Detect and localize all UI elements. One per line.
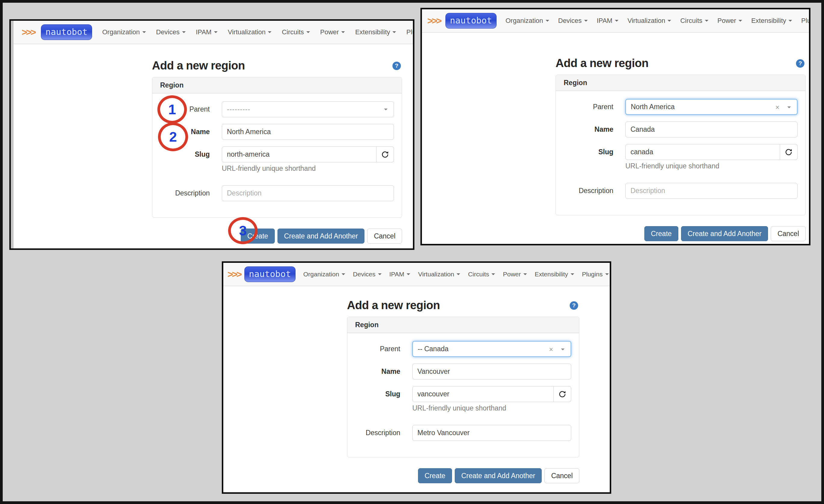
description-input[interactable] — [222, 185, 394, 201]
chevron-down-icon — [456, 273, 460, 275]
nav-label: Virtualization — [418, 271, 454, 278]
nav-organization[interactable]: Organization — [303, 271, 345, 278]
page-title: Add a new region — [152, 59, 245, 72]
nav-devices[interactable]: Devices — [156, 28, 186, 36]
region-card: Region Parent North America × Name — [555, 75, 806, 215]
create-and-add-another-button[interactable]: Create and Add Another — [681, 226, 768, 241]
nav-label: Power — [320, 28, 339, 36]
chevron-down-icon — [667, 20, 671, 22]
slug-input[interactable] — [625, 144, 780, 160]
help-icon[interactable]: ? — [570, 301, 578, 310]
nav-circuits[interactable]: Circuits — [468, 271, 495, 278]
nav-label: Plugins — [801, 17, 809, 25]
chevron-down-icon — [384, 109, 388, 110]
nav-extensibility[interactable]: Extensibility — [535, 271, 574, 278]
cancel-button[interactable]: Cancel — [367, 229, 402, 244]
nav-extensibility[interactable]: Extensibility — [751, 17, 792, 25]
description-label: Description — [160, 189, 222, 197]
slug-help-text: URL-friendly unique shorthand — [625, 162, 798, 170]
nav-label: Virtualization — [627, 17, 665, 25]
slug-label: Slug — [564, 148, 625, 156]
nav-power[interactable]: Power — [503, 271, 527, 278]
screenshot-step-2: >>> nautobot Organization Devices IPAM V… — [420, 8, 811, 245]
slug-help-text: URL-friendly unique shorthand — [412, 404, 571, 412]
nav-ipam[interactable]: IPAM — [196, 28, 218, 36]
description-input[interactable] — [412, 425, 571, 441]
help-icon[interactable]: ? — [393, 61, 401, 70]
name-input[interactable] — [412, 364, 571, 379]
nautobot-logo[interactable]: nautobot — [445, 13, 497, 28]
chevron-down-icon — [605, 273, 609, 275]
nav-virtualization[interactable]: Virtualization — [418, 271, 460, 278]
name-input[interactable] — [625, 122, 798, 137]
nav-extensibility[interactable]: Extensibility — [355, 28, 396, 36]
nav-label: Extensibility — [751, 17, 786, 25]
regenerate-slug-button[interactable] — [377, 146, 394, 162]
nav-devices[interactable]: Devices — [558, 17, 588, 25]
nav-label: Organization — [506, 17, 543, 25]
nautobot-chevrons-icon: >>> — [427, 15, 440, 26]
nav-ipam[interactable]: IPAM — [597, 17, 618, 25]
chevron-down-icon — [546, 20, 549, 22]
parent-select[interactable]: North America × — [625, 99, 798, 115]
nav-circuits[interactable]: Circuits — [680, 17, 708, 25]
card-header: Region — [556, 75, 805, 91]
create-button[interactable]: Create — [644, 226, 678, 241]
regenerate-slug-button[interactable] — [554, 386, 571, 402]
slug-label: Slug — [160, 150, 222, 158]
create-and-add-another-button[interactable]: Create and Add Another — [455, 468, 542, 483]
nav-power[interactable]: Power — [717, 17, 742, 25]
nav-organization[interactable]: Organization — [506, 17, 549, 25]
nav-plugins[interactable]: Plugins — [582, 271, 609, 278]
nav-virtualization[interactable]: Virtualization — [627, 17, 672, 25]
clear-icon[interactable]: × — [549, 345, 553, 354]
clear-icon[interactable]: × — [776, 103, 780, 112]
nav-label: Devices — [558, 17, 582, 25]
nav-plugins[interactable]: Plugins — [406, 28, 413, 36]
annotation-number: 1 — [168, 101, 176, 118]
name-label: Name — [564, 125, 625, 133]
regenerate-slug-button[interactable] — [780, 144, 798, 160]
region-card: Region Parent --------- Name S — [152, 77, 402, 218]
nav-ipam[interactable]: IPAM — [390, 271, 411, 278]
slug-input[interactable] — [412, 386, 554, 402]
nautobot-logo[interactable]: nautobot — [41, 24, 92, 40]
nav-label: Plugins — [582, 271, 603, 278]
description-input[interactable] — [625, 183, 798, 199]
slug-input[interactable] — [222, 146, 377, 162]
nav-plugins[interactable]: Plugins — [801, 17, 809, 25]
parent-select[interactable]: --------- — [222, 101, 394, 117]
parent-select-value: --------- — [227, 105, 250, 113]
nav-virtualization[interactable]: Virtualization — [228, 28, 272, 36]
slug-help-text: URL-friendly unique shorthand — [222, 164, 394, 172]
cancel-button[interactable]: Cancel — [771, 226, 806, 241]
name-input[interactable] — [222, 124, 394, 140]
chevron-down-icon — [789, 20, 792, 22]
chevron-down-icon — [523, 273, 527, 275]
cancel-button[interactable]: Cancel — [544, 468, 579, 483]
annotation-circle-2: 2 — [158, 122, 188, 151]
screenshot-step-1: >>> nautobot Organization Devices IPAM V… — [9, 19, 414, 250]
nautobot-logo[interactable]: nautobot — [244, 266, 296, 282]
chevron-down-icon — [561, 349, 564, 350]
chevron-down-icon — [268, 31, 272, 33]
chevron-down-icon — [407, 273, 410, 275]
create-button[interactable]: Create — [418, 468, 452, 483]
region-card: Region Parent -- Canada × Name — [347, 317, 579, 458]
card-header: Region — [347, 317, 579, 333]
screenshot-step-3: >>> nautobot Organization Devices IPAM V… — [222, 261, 611, 494]
create-and-add-another-button[interactable]: Create and Add Another — [278, 229, 365, 244]
chevron-down-icon — [214, 31, 218, 33]
chevron-down-icon — [738, 20, 742, 22]
help-icon[interactable]: ? — [796, 59, 805, 68]
nav-power[interactable]: Power — [320, 28, 345, 36]
nav-organization[interactable]: Organization — [102, 28, 146, 36]
nav-devices[interactable]: Devices — [353, 271, 382, 278]
nav-label: Extensibility — [355, 28, 390, 36]
annotation-circle-3: 3 — [228, 217, 258, 244]
parent-select[interactable]: -- Canada × — [412, 341, 571, 357]
nav-circuits[interactable]: Circuits — [282, 28, 310, 36]
annotation-number: 2 — [169, 129, 177, 145]
navbar: >>> nautobot Organization Devices IPAM V… — [422, 9, 809, 33]
chevron-down-icon — [182, 31, 186, 33]
